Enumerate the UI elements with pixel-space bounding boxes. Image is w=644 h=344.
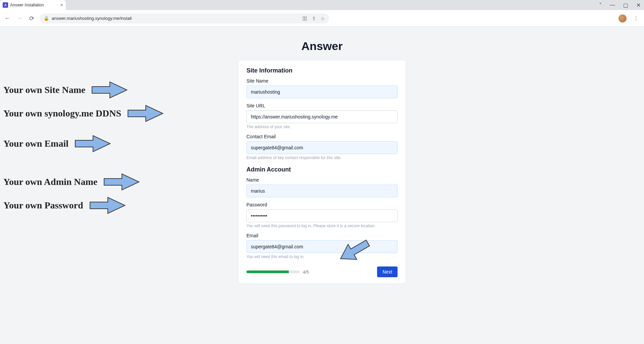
contact-email-hint: Email address of key contact responsible…: [246, 155, 398, 160]
card-footer: 4/5 Next: [246, 266, 398, 277]
site-url-field: Site URL The address of your site.: [246, 103, 398, 129]
contact-email-field: Contact Email Email address of key conta…: [246, 134, 398, 160]
admin-email-field: Email You will need this email to log in…: [246, 233, 398, 259]
annotation-site-name: Your own Site Name: [3, 81, 128, 99]
arrow-left-icon: [337, 238, 371, 264]
password-field: Password You will need this password to …: [246, 202, 398, 228]
admin-email-hint: You will need this email to log in.: [246, 254, 398, 259]
password-label: Password: [246, 202, 398, 207]
kebab-menu-icon[interactable]: ⋮: [633, 15, 639, 21]
annotation-ddns: Your own synology.me DDNS: [3, 104, 164, 123]
site-url-label: Site URL: [246, 103, 398, 108]
admin-email-input[interactable]: [246, 240, 398, 253]
next-button[interactable]: Next: [377, 266, 398, 277]
arrow-right-icon: [75, 134, 111, 153]
address-actions: ⚿ ⇪ ☆: [303, 16, 325, 21]
annotation-text: Your own Password: [3, 200, 83, 211]
arrow-right-icon: [103, 173, 140, 191]
forward-icon[interactable]: →: [15, 15, 24, 22]
admin-email-label: Email: [246, 233, 398, 238]
admin-name-field: Name: [246, 177, 398, 197]
admin-name-label: Name: [246, 177, 398, 183]
site-name-input[interactable]: [246, 86, 398, 98]
browser-chrome: A Answer Installation × ˅ — ▢ ✕ ← → ⟳ 🔒 …: [0, 0, 644, 27]
site-url-input[interactable]: [246, 110, 398, 123]
avatar[interactable]: [618, 14, 627, 22]
page-viewport[interactable]: Answer Site Information Site Name Site U…: [0, 27, 644, 344]
annotation-password: Your own Password: [3, 196, 126, 215]
annotation-text: Your own Email: [3, 138, 68, 149]
admin-name-input[interactable]: [246, 185, 398, 197]
address-bar-row: ← → ⟳ 🔒 answer.mariushosting.synology.me…: [0, 10, 644, 27]
password-input[interactable]: [246, 209, 398, 222]
annotation-email: Your own Email: [3, 134, 111, 153]
contact-email-input[interactable]: [246, 141, 398, 154]
address-bar[interactable]: 🔒 answer.mariushosting.synology.me/insta…: [40, 13, 329, 23]
arrow-right-icon: [91, 81, 128, 99]
chevron-down-icon[interactable]: ˅: [599, 2, 602, 8]
tab-bar: A Answer Installation × ˅ — ▢ ✕: [0, 0, 644, 10]
annotation-text: Your own Site Name: [3, 85, 85, 95]
reload-icon[interactable]: ⟳: [28, 15, 36, 22]
site-name-label: Site Name: [246, 78, 398, 84]
close-window-icon[interactable]: ✕: [636, 2, 641, 8]
share-icon[interactable]: ⇪: [312, 16, 316, 21]
contact-email-label: Contact Email: [246, 134, 398, 139]
url-text: answer.mariushosting.synology.me/install: [52, 16, 300, 21]
site-url-hint: The address of your site.: [246, 125, 398, 129]
password-hint: You will need this password to log in. P…: [246, 224, 398, 228]
progress-wrap: 4/5: [246, 269, 309, 275]
progress-bar: [246, 271, 300, 273]
close-tab-icon[interactable]: ×: [60, 2, 63, 8]
window-controls: ˅ — ▢ ✕: [599, 0, 641, 10]
annotation-next-arrow: [337, 238, 371, 264]
admin-account-heading: Admin Account: [246, 166, 398, 173]
annotation-text: Your own Admin Name: [3, 177, 97, 187]
annotation-admin-name: Your own Admin Name: [3, 173, 140, 191]
annotation-text: Your own synology.me DDNS: [3, 108, 121, 119]
tab-title: Answer Installation: [10, 3, 58, 7]
back-icon[interactable]: ←: [3, 15, 11, 22]
star-icon[interactable]: ☆: [321, 16, 325, 21]
progress-label: 4/5: [303, 269, 309, 275]
install-card: Site Information Site Name Site URL The …: [238, 60, 406, 284]
arrow-right-icon: [89, 196, 126, 215]
site-name-field: Site Name: [246, 78, 398, 98]
progress-fill: [246, 271, 289, 273]
lock-icon: 🔒: [44, 16, 49, 21]
site-info-heading: Site Information: [246, 67, 398, 74]
maximize-icon[interactable]: ▢: [623, 2, 628, 8]
browser-tab[interactable]: A Answer Installation ×: [0, 0, 66, 10]
arrow-right-icon: [127, 104, 164, 123]
tab-favicon-icon: A: [3, 2, 8, 8]
page-title: Answer: [0, 27, 644, 60]
minimize-icon[interactable]: —: [610, 2, 615, 8]
key-icon[interactable]: ⚿: [303, 16, 307, 21]
